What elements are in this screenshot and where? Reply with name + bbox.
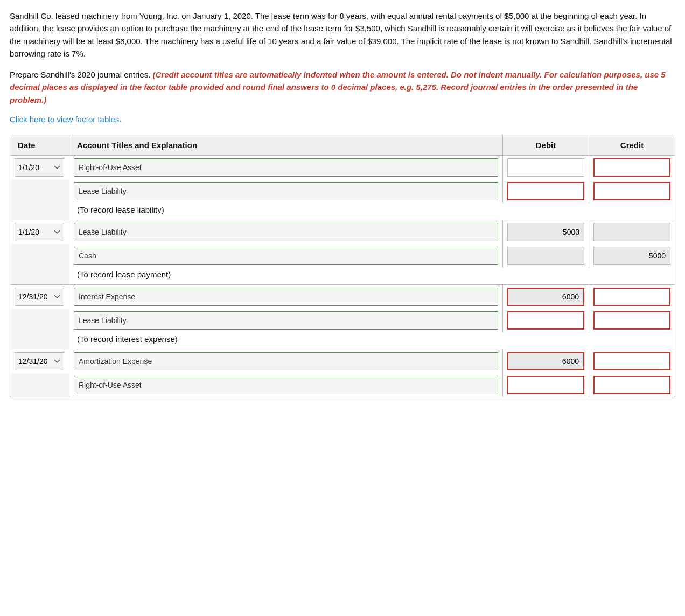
memo-text: (To record lease liability) <box>69 203 675 220</box>
problem-text: Sandhill Co. leased machinery from Young… <box>10 10 675 60</box>
debit-cell <box>503 179 589 203</box>
table-row: 1/1/20 <box>10 155 675 179</box>
debit-cell <box>503 220 589 244</box>
account-input[interactable] <box>74 376 498 394</box>
prepare-instruction: Prepare Sandhill's 2020 journal entries.… <box>10 68 675 106</box>
memo-row: (To record interest expense) <box>10 332 675 349</box>
debit-cell <box>503 373 589 397</box>
debit-input[interactable] <box>507 311 584 330</box>
account-input[interactable] <box>74 158 498 177</box>
memo-row: (To record lease liability) <box>10 203 675 220</box>
credit-cell <box>589 349 675 373</box>
table-row <box>10 244 675 268</box>
header-credit: Credit <box>589 135 675 155</box>
account-input[interactable] <box>74 223 498 241</box>
account-cell <box>69 309 503 332</box>
table-header-row: Date Account Titles and Explanation Debi… <box>10 135 675 155</box>
debit-input[interactable] <box>507 288 584 306</box>
memo-text: (To record lease payment) <box>69 268 675 285</box>
date-cell <box>10 244 69 268</box>
account-input[interactable] <box>74 288 498 306</box>
date-cell: 12/31/20 <box>10 284 69 309</box>
table-row: 1/1/20 <box>10 220 675 244</box>
table-row: 12/31/20 <box>10 349 675 373</box>
memo-date-empty <box>10 203 69 220</box>
table-row <box>10 179 675 203</box>
credit-input[interactable] <box>593 288 670 306</box>
credit-input[interactable] <box>593 223 670 241</box>
table-row: 12/31/20 <box>10 284 675 309</box>
credit-cell <box>589 220 675 244</box>
factor-tables-link[interactable]: Click here to view factor tables. <box>10 115 675 124</box>
credit-cell <box>589 373 675 397</box>
header-debit: Debit <box>503 135 589 155</box>
credit-input[interactable] <box>593 352 670 370</box>
journal-table: Date Account Titles and Explanation Debi… <box>10 135 675 397</box>
account-input[interactable] <box>74 247 498 265</box>
debit-cell <box>503 155 589 179</box>
debit-input[interactable] <box>507 247 584 265</box>
credit-cell <box>589 309 675 332</box>
debit-input[interactable] <box>507 223 584 241</box>
memo-date-empty <box>10 268 69 285</box>
debit-cell <box>503 244 589 268</box>
credit-input[interactable] <box>593 158 670 177</box>
date-select[interactable]: 1/1/20 <box>15 223 64 241</box>
account-cell <box>69 155 503 179</box>
memo-row: (To record lease payment) <box>10 268 675 285</box>
debit-input[interactable] <box>507 352 584 370</box>
date-cell: 1/1/20 <box>10 220 69 244</box>
debit-cell <box>503 284 589 309</box>
debit-cell <box>503 349 589 373</box>
account-cell <box>69 244 503 268</box>
table-row <box>10 373 675 397</box>
debit-cell <box>503 309 589 332</box>
account-cell <box>69 220 503 244</box>
table-row <box>10 309 675 332</box>
credit-cell <box>589 244 675 268</box>
credit-cell <box>589 155 675 179</box>
account-cell <box>69 349 503 373</box>
account-input[interactable] <box>74 352 498 370</box>
credit-input[interactable] <box>593 182 670 200</box>
date-cell <box>10 179 69 203</box>
date-cell: 12/31/20 <box>10 349 69 373</box>
account-input[interactable] <box>74 182 498 200</box>
header-account: Account Titles and Explanation <box>69 135 503 155</box>
credit-cell <box>589 284 675 309</box>
memo-date-empty <box>10 332 69 349</box>
date-select[interactable]: 1/1/20 <box>15 158 64 177</box>
credit-cell <box>589 179 675 203</box>
debit-input[interactable] <box>507 182 584 200</box>
date-cell <box>10 373 69 397</box>
account-cell <box>69 179 503 203</box>
memo-text: (To record interest expense) <box>69 332 675 349</box>
account-cell <box>69 284 503 309</box>
header-date: Date <box>10 135 69 155</box>
account-input[interactable] <box>74 311 498 330</box>
date-cell: 1/1/20 <box>10 155 69 179</box>
credit-input[interactable] <box>593 247 670 265</box>
date-cell <box>10 309 69 332</box>
date-select[interactable]: 12/31/20 <box>15 352 64 370</box>
credit-input[interactable] <box>593 376 670 394</box>
credit-input[interactable] <box>593 311 670 330</box>
debit-input[interactable] <box>507 158 584 177</box>
debit-input[interactable] <box>507 376 584 394</box>
account-cell <box>69 373 503 397</box>
date-select[interactable]: 12/31/20 <box>15 288 64 306</box>
